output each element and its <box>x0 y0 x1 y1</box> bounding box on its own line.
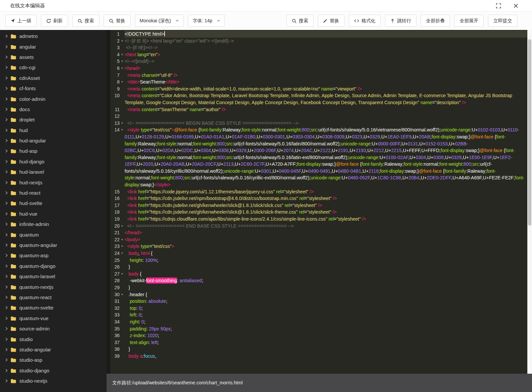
code-line-content[interactable]: <link href="https://cdn.jsdelivr.net/npm… <box>125 195 527 202</box>
fullscreen-icon[interactable] <box>495 3 501 9</box>
code-line-content[interactable]: <style type="text/css">@font-face {font-… <box>125 126 527 188</box>
sidebar-folder-hud-angular[interactable]: hud-angular <box>0 135 107 146</box>
sidebar-folder-hud-vue[interactable]: hud-vue <box>0 209 107 219</box>
sidebar-folder-quantum-nextjs[interactable]: quantum-nextjs <box>0 282 107 292</box>
fold-toggle-icon[interactable]: ▾ <box>120 223 125 230</box>
chevron-right-icon[interactable] <box>5 139 9 142</box>
code-line-content[interactable]: } <box>125 346 527 353</box>
sidebar-folder-quantum[interactable]: quantum <box>0 229 107 240</box>
code-line-content[interactable]: <link href="https://cdnjs.cloudflare.com… <box>125 216 527 223</box>
code-line-content[interactable]: <body> <box>125 236 527 243</box>
font-size-select[interactable]: 字体: 14p <box>188 15 225 27</box>
code-line-content[interactable]: text-align: left; <box>125 339 527 346</box>
sidebar-folder-admetro[interactable]: admetro <box>0 31 107 41</box>
chevron-right-icon[interactable] <box>5 34 9 38</box>
fold-toggle-icon[interactable]: ▾ <box>120 271 125 278</box>
toolbar-button-替换[interactable]: 替换 <box>318 15 344 27</box>
code-line-content[interactable]: <meta charset="utf-8" /> <box>125 72 527 79</box>
code-line-content[interactable]: body, html { <box>125 250 527 257</box>
sidebar-folder-hud-nextjs[interactable]: hud-nextjs <box>0 177 107 187</box>
chevron-right-icon[interactable] <box>5 149 9 153</box>
chevron-right-icon[interactable] <box>5 181 9 184</box>
sidebar-folder-hud-asp[interactable]: hud-asp <box>0 146 107 156</box>
sidebar-folder-quantum-angular[interactable]: quantum-angular <box>0 240 107 250</box>
chevron-right-icon[interactable] <box>5 97 9 101</box>
fold-toggle-icon[interactable]: ▾ <box>120 291 125 298</box>
sidebar-folder-quantum-django[interactable]: quantum-django <box>0 261 107 271</box>
sidebar-folder-source-admin[interactable]: source-admin <box>0 323 107 334</box>
sidebar-folder-quantum-vue[interactable]: quantum-vue <box>0 313 107 323</box>
code-line-content[interactable]: <meta content="SeanTheme" name="author" … <box>125 106 527 113</box>
code-line-content[interactable]: top: 0; <box>125 305 527 312</box>
toolbar-button-全部展开[interactable]: 全部展开 <box>454 15 484 27</box>
code-line-content[interactable]: </head> <box>125 229 527 236</box>
chevron-right-icon[interactable] <box>5 275 9 278</box>
sidebar-folder-angular[interactable]: angular <box>0 41 107 52</box>
chevron-right-icon[interactable] <box>5 264 9 268</box>
chevron-right-icon[interactable] <box>5 222 9 226</box>
chevron-right-icon[interactable] <box>5 337 9 341</box>
code-line-content[interactable]: body a:focus, <box>125 353 527 360</box>
code-line-content[interactable]: <meta content="width=device-width, initi… <box>125 86 527 93</box>
sidebar-folder-hud-django[interactable]: hud-django <box>0 156 107 167</box>
toolbar-button-立即提交[interactable]: 立即提交 <box>488 15 517 27</box>
code-line-content[interactable]: <!--[if !IE]><!--> <box>125 44 527 51</box>
toolbar-button-替换[interactable]: 替换 <box>104 15 131 27</box>
sidebar-folder-droplet[interactable]: droplet <box>0 114 107 125</box>
sidebar-folder-cdn-cgi[interactable]: cdn-cgi <box>0 62 107 73</box>
code-line-content[interactable]: <!--<![endif]--> <box>125 58 527 65</box>
chevron-right-icon[interactable] <box>5 306 9 309</box>
sidebar-folder-studio-nextjs[interactable]: studio-nextjs <box>0 376 107 386</box>
chevron-right-icon[interactable] <box>5 379 9 383</box>
sidebar-folder-quantum-react[interactable]: quantum-react <box>0 292 107 302</box>
sidebar-folder-studio-angular[interactable]: studio-angular <box>0 344 107 355</box>
fold-toggle-icon[interactable]: ▾ <box>120 120 125 127</box>
sidebar-folder-quantum-laravel[interactable]: quantum-laravel <box>0 271 107 282</box>
chevron-right-icon[interactable] <box>5 358 9 362</box>
sidebar-folder-cdnAsset[interactable]: cdnAsset <box>0 73 107 83</box>
chevron-right-icon[interactable] <box>5 118 9 121</box>
sidebar-folder-color-admin[interactable]: color-admin <box>0 94 107 104</box>
code-line-content[interactable]: <meta content="Color Admin, Bootstrap Te… <box>125 92 527 106</box>
chevron-right-icon[interactable] <box>5 45 9 49</box>
chevron-right-icon[interactable] <box>5 327 9 330</box>
chevron-right-icon[interactable] <box>5 160 9 163</box>
code-line-content[interactable]: -webkit-font-smoothing: antialiased; <box>125 277 527 284</box>
chevron-right-icon[interactable] <box>5 243 9 247</box>
sidebar-folder-studio-asp[interactable]: studio-asp <box>0 355 107 365</box>
fold-toggle-icon[interactable]: ▾ <box>120 250 125 257</box>
chevron-right-icon[interactable] <box>5 295 9 299</box>
sidebar-folder-quantum-svelte[interactable]: quantum-svelte <box>0 302 107 313</box>
code-line-content[interactable]: <!--[if IE 8]> <html lang="en" class="ie… <box>125 38 527 45</box>
sidebar-folder-studio-django[interactable]: studio-django <box>0 365 107 376</box>
fold-toggle-icon[interactable]: ▾ <box>120 243 125 250</box>
code-line-content[interactable]: <html lang="en"> <box>125 51 527 58</box>
chevron-right-icon[interactable] <box>5 285 9 289</box>
sidebar-folder-studio[interactable]: studio <box>0 334 107 344</box>
sidebar-folder-quantum-asp[interactable]: quantum-asp <box>0 250 107 261</box>
toolbar-button-全部折叠[interactable]: 全部折叠 <box>421 15 450 27</box>
code-line-content[interactable]: <link href="https://cdn.jsdelivr.net/gh/… <box>125 209 527 216</box>
code-line-content[interactable]: <link href="https://code.jquery.com/ui/1… <box>125 188 527 195</box>
code-line-content[interactable]: <style type="text/css"> <box>125 243 527 250</box>
toolbar-button-搜索[interactable]: 搜索 <box>72 15 99 27</box>
chevron-right-icon[interactable] <box>5 66 9 69</box>
chevron-right-icon[interactable] <box>5 55 9 59</box>
code-line-content[interactable]: <title>SeanTheme</title> <box>125 79 527 86</box>
chevron-right-icon[interactable] <box>5 128 9 132</box>
fold-toggle-icon[interactable]: ▾ <box>120 38 125 45</box>
chevron-right-icon[interactable] <box>5 170 9 174</box>
chevron-right-icon[interactable] <box>5 254 9 257</box>
fold-toggle-icon[interactable]: ▾ <box>120 65 125 72</box>
code-line-content[interactable]: <link href="https://cdn.jsdelivr.net/gh/… <box>125 202 527 209</box>
editor-scrollbar-thumb[interactable] <box>528 39 531 226</box>
fold-toggle-icon[interactable]: ▾ <box>120 58 125 65</box>
chevron-right-icon[interactable] <box>5 212 9 216</box>
code-line-content[interactable]: position: absolute; <box>125 298 527 305</box>
chevron-right-icon[interactable] <box>5 316 9 320</box>
code-line-content[interactable]: body { <box>125 271 527 278</box>
sidebar-folder-hud-laravel[interactable]: hud-laravel <box>0 167 107 177</box>
chevron-right-icon[interactable] <box>5 76 9 80</box>
chevron-right-icon[interactable] <box>5 107 9 111</box>
toolbar-button-刷新[interactable]: 刷新 <box>41 15 68 27</box>
